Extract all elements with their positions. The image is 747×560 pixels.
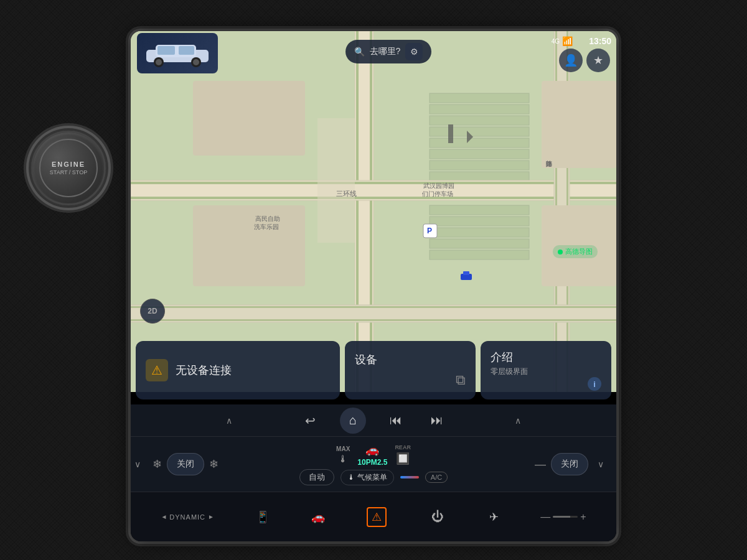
car-ac-item: 🚗 10PM2.5: [357, 443, 387, 467]
4g-icon: 4G: [552, 38, 560, 45]
warning-icon: ⚠: [146, 359, 168, 381]
rear-label: REAR: [395, 444, 411, 450]
intro-card-content: 介绍 零层级界面 i: [491, 350, 601, 391]
car-thumbnail-svg: [140, 37, 215, 68]
clock-display: 13:50: [589, 36, 611, 46]
media-icon: 📱: [256, 510, 270, 524]
car-button[interactable]: 🚗: [311, 510, 325, 524]
rear-defroster-icon: 🔲: [396, 452, 410, 465]
left-fan-row: ∨ ❄ 关闭 ❄: [131, 453, 218, 475]
prev-track-button[interactable]: ⏮: [385, 409, 407, 432]
media-button[interactable]: 📱: [256, 510, 270, 524]
engine-label-top: ENGINE: [52, 161, 85, 168]
volume-plus-icon[interactable]: +: [580, 511, 586, 523]
svg-rect-12: [430, 239, 529, 248]
back-button[interactable]: ↩: [299, 409, 321, 432]
signal-icons: 4G 📶: [552, 36, 573, 46]
left-fan-down[interactable]: ∨: [131, 459, 145, 469]
ac-button[interactable]: A/C: [425, 472, 448, 483]
phone-button[interactable]: ✈: [489, 510, 499, 524]
device-card-title: 无设备连接: [176, 363, 232, 378]
engine-start-stop-button[interactable]: ENGINE START / STOP: [31, 131, 106, 205]
right-fan-group: — 关闭 ∨: [535, 453, 610, 475]
ac-label: A/C: [431, 474, 442, 481]
profile-button[interactable]: 👤: [559, 49, 583, 72]
search-text: 去哪里?: [370, 46, 401, 57]
search-bar[interactable]: 🔍 去哪里? ⚙: [345, 40, 432, 63]
climate-menu-button[interactable]: 🌡 气候菜单: [341, 470, 394, 485]
intro-card[interactable]: 介绍 零层级界面 i: [481, 341, 611, 399]
auto-label: 自动: [309, 472, 325, 482]
svg-text:P: P: [427, 226, 432, 235]
phone-icon: ✈: [489, 510, 499, 524]
power-button[interactable]: ⏻: [428, 507, 448, 527]
home-button[interactable]: ⌂: [340, 408, 366, 434]
right-fan-icon: —: [535, 458, 546, 471]
svg-rect-32: [463, 271, 469, 275]
svg-rect-29: [542, 81, 616, 168]
left-close-button[interactable]: 关闭: [167, 453, 204, 475]
svg-rect-5: [430, 138, 529, 147]
right-close-label: 关闭: [561, 459, 578, 470]
pm25-display: 10PM2.5: [357, 458, 387, 467]
svg-rect-44: [157, 46, 175, 55]
car-thumbnail: [137, 33, 218, 73]
control-bar: ∧ ↩ ⌂ ⏮ ⏭ ∧ ∨ ❄ 关闭: [131, 404, 616, 492]
settings-card-title: 设备: [355, 352, 466, 367]
climate-icons-row: MAX 🌡 🚗 10PM2.5 REAR 🔲: [336, 443, 411, 467]
info-icon: i: [588, 377, 601, 391]
right-fan-up-down: ∨: [593, 459, 608, 469]
right-fan-down[interactable]: ∨: [593, 459, 608, 469]
volume-minus-icon[interactable]: —: [540, 511, 550, 523]
left-fan-group: ∨ ❄ 关闭 ❄: [137, 453, 212, 475]
green-dot-icon: [558, 250, 563, 254]
dynamic-left-arrow[interactable]: ◄: [161, 513, 167, 520]
svg-rect-10: [430, 217, 529, 226]
copy-icon: ⧉: [456, 372, 466, 388]
svg-point-49: [193, 59, 199, 65]
fan-up-left[interactable]: ∧: [222, 416, 237, 426]
svg-text:洗车乐园: 洗车乐园: [254, 223, 279, 230]
next-track-button[interactable]: ⏭: [426, 409, 448, 432]
svg-rect-9: [430, 205, 529, 215]
volume-control[interactable]: — +: [540, 511, 586, 523]
settings-card[interactable]: 设备 ⧉: [345, 341, 476, 399]
dynamic-label: DYNAMIC: [169, 513, 205, 521]
max-item: MAX 🌡: [336, 446, 350, 465]
right-close-button[interactable]: 关闭: [551, 453, 588, 475]
dynamic-right-arrow[interactable]: ►: [208, 513, 214, 520]
max-label: MAX: [336, 446, 350, 452]
map-settings-button[interactable]: ⚙: [405, 43, 423, 60]
cards-row: ⚠ 无设备连接 设备 ⧉ 介绍 零层级界面 i: [131, 336, 616, 404]
temperature-indicator: [400, 476, 419, 478]
climate-controls-row: ∨ ❄ 关闭 ❄ MAX 🌡 🚗: [131, 437, 616, 492]
hardware-bar: ◄ DYNAMIC ► 📱 🚗 ⚠ ⏻ ✈ — +: [131, 492, 616, 541]
svg-rect-19: [131, 197, 616, 199]
svg-rect-6: [430, 149, 529, 159]
fan-up-right[interactable]: ∧: [510, 416, 525, 426]
svg-text:高民自助: 高民自助: [255, 215, 280, 222]
view-mode-label: 2D: [148, 307, 157, 315]
device-card[interactable]: ⚠ 无设备连接: [136, 341, 340, 399]
left-fan-icon: ❄: [153, 457, 162, 471]
car-icon: 🚗: [311, 510, 325, 524]
svg-rect-28: [193, 205, 305, 286]
auto-button[interactable]: 自动: [299, 469, 334, 485]
svg-rect-13: [430, 250, 529, 259]
engine-button-area: ENGINE START / STOP: [19, 118, 118, 218]
settings-card-content: 设备 ⧉: [355, 352, 466, 388]
svg-rect-2: [430, 105, 529, 114]
volume-bar: [553, 516, 578, 518]
svg-rect-4: [430, 127, 529, 136]
favorites-button[interactable]: ★: [586, 49, 610, 72]
gaode-link-badge: 高德导图: [553, 245, 598, 258]
svg-rect-27: [193, 81, 305, 156]
search-icon: 🔍: [354, 47, 365, 57]
alert-button[interactable]: ⚠: [367, 507, 387, 527]
engine-label-bottom: START / STOP: [50, 169, 87, 175]
map-top-bar: 🔍 去哪里? ⚙ 4G 📶 13:50 👤 ★: [131, 31, 616, 59]
climate-menu-label: 气候菜单: [357, 472, 387, 483]
svg-text:们门停车场: 们门停车场: [422, 190, 453, 197]
fan-speed-icon: 🌡: [338, 454, 348, 465]
map-view-toggle-button[interactable]: 2D: [140, 299, 165, 324]
